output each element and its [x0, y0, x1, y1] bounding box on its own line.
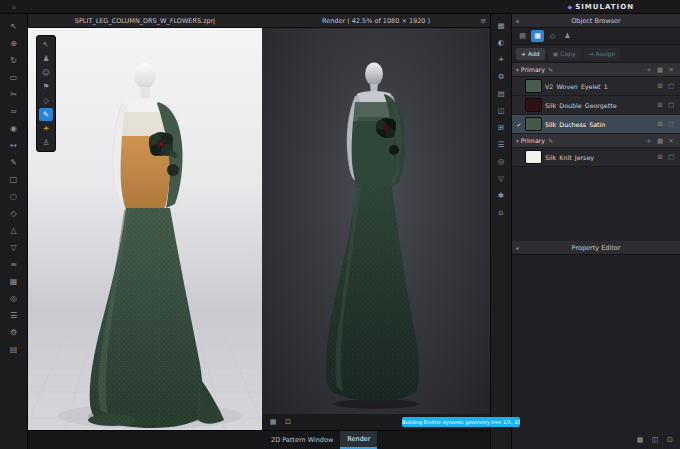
row-expand-icon[interactable]: ⊞ [655, 81, 665, 92]
check-icon: ✓ [516, 121, 522, 128]
avatar-mannequin-icon[interactable]: ♙ [39, 136, 53, 149]
home-view-icon[interactable]: ⌂ [494, 206, 508, 219]
avatar-face-icon[interactable]: ☺ [39, 66, 53, 79]
add-label: Add [528, 50, 540, 57]
pattern-box-tool-icon[interactable]: ▭ [6, 70, 21, 84]
tab-render[interactable]: Render [340, 431, 377, 449]
row-detach-icon[interactable]: ▢ [666, 119, 676, 130]
section-caret-icon[interactable]: ▾ [516, 67, 519, 73]
notch-tool-icon[interactable]: ▽ [6, 240, 21, 254]
3d-canvas[interactable]: ↖♟☺⚑◇✎☀♙ [28, 28, 262, 430]
property-editor-title: Property Editor [522, 244, 680, 252]
row-detach-icon[interactable]: ▢ [666, 152, 676, 163]
render-shade-icon[interactable]: ◐ [494, 36, 508, 49]
section-action-icons: +▦✕ [644, 135, 676, 146]
scissors-tool-icon[interactable]: ✂ [6, 87, 21, 101]
row-detach-icon[interactable]: ▢ [666, 100, 676, 111]
fit-view-icon[interactable]: ⊡ [282, 416, 294, 428]
row-expand-icon[interactable]: ⊞ [655, 119, 665, 130]
section-duplicate-icon[interactable]: ▦ [655, 135, 665, 146]
circle-tool-icon[interactable]: ○ [6, 189, 21, 203]
fabric-swatch[interactable] [525, 150, 542, 164]
row-action-icons: ⊞▢ [655, 152, 676, 163]
settings-tool-icon[interactable]: ⚙ [6, 325, 21, 339]
render-settings-icon[interactable]: ⚙ [494, 70, 508, 83]
tab-2d-pattern-window[interactable]: 2D Pattern Window [264, 431, 340, 449]
section-duplicate-icon[interactable]: ▦ [655, 64, 665, 75]
add-view-icon[interactable]: ⊞ [494, 121, 508, 134]
section-caret-icon[interactable]: ▾ [516, 138, 519, 144]
measure-tool-icon[interactable]: ↔ [6, 138, 21, 152]
copy-button[interactable]: ▣ Copy [548, 48, 581, 60]
material-row-selected[interactable]: ✓ Silk_Duchess_Satin ⊞▢ [512, 115, 680, 134]
grid-tool-icon[interactable]: ▤ [6, 342, 21, 356]
lower-view-icon[interactable]: ▽ [494, 172, 508, 185]
section-action-icons: +▦✕ [644, 64, 676, 75]
fabric-name: Silk_Double_Georgette [545, 102, 652, 109]
tab-avatars-icon[interactable]: ♟ [561, 30, 574, 42]
row-action-icons: ⊞▢ [655, 81, 676, 92]
add-point-tool-icon[interactable]: ⊕ [6, 36, 21, 50]
rotate-tool-icon[interactable]: ↻ [6, 53, 21, 67]
fabric-swatch[interactable] [525, 98, 542, 112]
collapse-panel-icon[interactable]: ◂ [512, 244, 522, 251]
material-row[interactable]: Silk_Knit_Jersey ⊞▢ [512, 148, 680, 167]
row-expand-icon[interactable]: ⊞ [655, 100, 665, 111]
render-background-icon[interactable]: ▤ [494, 87, 508, 100]
texture-tool-icon[interactable]: ▦ [6, 274, 21, 288]
dart-tool-icon[interactable]: △ [6, 223, 21, 237]
app-menu-icon[interactable]: ≡ [0, 3, 28, 10]
mannequin-render-illustration [262, 28, 490, 414]
avatar-show-icon[interactable]: ♟ [39, 52, 53, 65]
focus-view-icon[interactable]: ◎ [494, 155, 508, 168]
add-button[interactable]: + Add [516, 48, 545, 60]
row-expand-icon[interactable]: ⊞ [655, 152, 665, 163]
ui-layout-icon[interactable]: ▦ [634, 434, 646, 445]
collapse-panel-icon[interactable]: ◂ [512, 17, 522, 24]
section-add-icon[interactable]: + [644, 64, 654, 75]
avatar-pose-icon[interactable]: ⚑ [39, 80, 53, 93]
tab-trims-icon[interactable]: ◇ [546, 30, 559, 42]
fabric-section-primary-2[interactable]: ▾ Primary ✎ +▦✕ [512, 134, 680, 148]
save-snapshot-icon[interactable]: ▦ [267, 416, 279, 428]
avatar-light-icon[interactable]: ☀ [39, 122, 53, 135]
view-list-icon[interactable]: ☰ [494, 138, 508, 151]
section-add-icon[interactable]: + [644, 135, 654, 146]
rectangle-tool-icon[interactable]: □ [6, 172, 21, 186]
edit-name-icon[interactable]: ✎ [548, 137, 553, 144]
zoom-tool-icon[interactable]: ◎ [6, 291, 21, 305]
pen-tool-icon[interactable]: ✎ [6, 155, 21, 169]
fabric-name: Silk_Knit_Jersey [545, 154, 652, 161]
effects-icon[interactable]: ✱ [494, 189, 508, 202]
fabric-section-primary-1[interactable]: ▾ Primary ✎ +▦✕ [512, 63, 680, 77]
object-browser-actions: + Add ▣ Copy → Assign [512, 45, 680, 63]
avatar-select-icon[interactable]: ↖ [39, 38, 53, 51]
avatar-brush-icon[interactable]: ✎ [39, 108, 53, 121]
fabric-swatch[interactable] [525, 79, 542, 93]
material-row[interactable]: Silk_Double_Georgette ⊞▢ [512, 96, 680, 115]
assign-button[interactable]: → Assign [584, 48, 621, 60]
dual-monitor-icon[interactable]: ◫ [649, 434, 661, 445]
layers-tool-icon[interactable]: ≡ [6, 257, 21, 271]
fullscreen-icon[interactable]: ⊡ [664, 434, 676, 445]
dual-view-icon[interactable]: ◫ [494, 104, 508, 117]
section-delete-icon[interactable]: ✕ [666, 64, 676, 75]
fabric-swatch[interactable] [525, 117, 542, 131]
polygon-tool-icon[interactable]: ◇ [6, 206, 21, 220]
select-tool-icon[interactable]: ↖ [6, 19, 21, 33]
tab-fabrics-icon[interactable]: ▦ [531, 30, 544, 42]
render-menu-icon[interactable]: ≡ [480, 14, 486, 28]
material-row[interactable]: V2_Woven_Eyelet_1 ⊞▢ [512, 77, 680, 96]
avatar-shoes-icon[interactable]: ◇ [39, 94, 53, 107]
render-light-icon[interactable]: ☀ [494, 53, 508, 66]
render-image-icon[interactable]: ▦ [494, 19, 508, 32]
row-detach-icon[interactable]: ▢ [666, 81, 676, 92]
object-browser-panel: ◂ Object Browser ▤▦◇♟ + Add ▣ Copy → Ass… [512, 14, 680, 449]
list-tool-icon[interactable]: ☰ [6, 308, 21, 322]
render-canvas[interactable] [262, 28, 490, 414]
sew-tool-icon[interactable]: ≈ [6, 104, 21, 118]
pin-tool-icon[interactable]: ◉ [6, 121, 21, 135]
tab-objects-icon[interactable]: ▤ [516, 30, 529, 42]
section-delete-icon[interactable]: ✕ [666, 135, 676, 146]
edit-name-icon[interactable]: ✎ [548, 66, 553, 73]
